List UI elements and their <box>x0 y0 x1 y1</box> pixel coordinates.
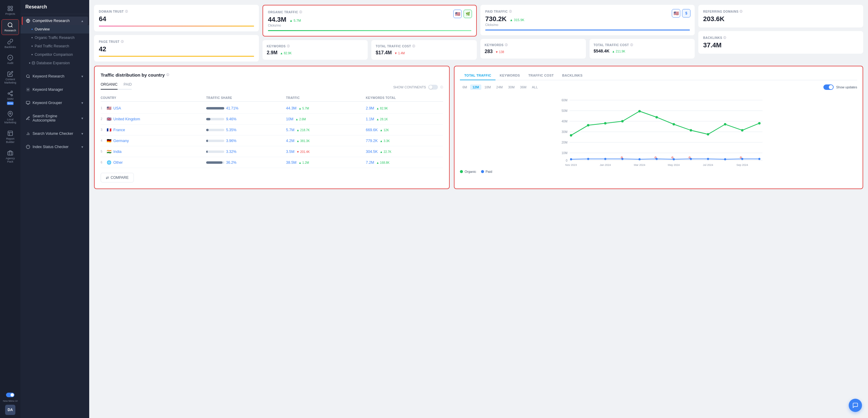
organic-traffic-info[interactable]: ⓘ <box>299 10 302 14</box>
svg-text:60M: 60M <box>562 99 567 102</box>
share-bar <box>206 140 224 142</box>
time-12m[interactable]: 12M <box>470 85 481 90</box>
rank: 4 <box>101 139 105 142</box>
country-name[interactable]: USA <box>113 106 121 110</box>
show-continents-row: SHOW CONTINENTS ⓘ <box>393 85 443 92</box>
show-continents-toggle[interactable] <box>428 85 438 90</box>
organic-traffic-value: 44.3M ▲ 5.7M <box>268 16 471 23</box>
show-updates-toggle[interactable] <box>824 85 834 90</box>
total-traffic-cost-card: TOTAL TRAFFIC COST ⓘ $17.4M ▼ 1.4M <box>371 40 477 60</box>
sidebar-group-index-status[interactable]: Index Status Checker ▼ <box>22 143 88 151</box>
nav-backlinks-label: Backlinks <box>4 46 16 49</box>
keywords-info[interactable]: ⓘ <box>287 44 290 48</box>
flag-usa[interactable]: 🇺🇸 <box>453 10 462 18</box>
ptc-info[interactable]: ⓘ <box>630 43 633 47</box>
domain-trust-info[interactable]: ⓘ <box>125 10 128 13</box>
new-menu-toggle[interactable] <box>6 393 14 397</box>
nav-content[interactable]: Content Marketing <box>1 68 19 87</box>
time-18m[interactable]: 18M <box>482 85 493 90</box>
nav-audit[interactable]: Audit <box>1 52 19 67</box>
country-flag: 🇺🇸 <box>107 106 112 110</box>
traffic-title-info[interactable]: ⓘ <box>166 73 169 77</box>
tab-paid[interactable]: PAID <box>124 82 132 90</box>
paid-traffic-sublabel: Clicks/mo <box>485 23 690 27</box>
sidebar-title: Research <box>21 0 89 14</box>
compare-button[interactable]: ⇄ COMPARE <box>101 173 134 182</box>
sidebar-group-search-volume[interactable]: Search Volume Checker ▼ <box>22 129 88 138</box>
country-cell: 4 🇩🇪 Germany <box>101 139 204 143</box>
country-name[interactable]: France <box>113 128 125 132</box>
sidebar-item-paid-traffic[interactable]: Paid Traffic Research <box>21 42 89 50</box>
legend-paid-label: Paid <box>486 170 492 173</box>
traffic-value: 4.2M <box>286 139 294 143</box>
traffic-cell: 38.5M ▲ 1.2M <box>286 160 364 165</box>
sidebar-item-database-expansion[interactable]: Database Expansion <box>21 59 89 67</box>
paid-flag-dollar[interactable]: $ <box>682 9 690 18</box>
keywords-cell: 779.2K ▲ 3.3K <box>366 139 443 143</box>
chart-legend: Organic Paid <box>460 170 857 173</box>
backlinks-card: BACKLINKS ⓘ 37.4M <box>698 31 863 54</box>
nav-backlinks[interactable]: Backlinks <box>1 36 19 51</box>
share-bar-fill <box>206 161 222 164</box>
sidebar-group-kwgrouper[interactable]: Keyword Grouper ▼ <box>22 99 88 107</box>
time-24m[interactable]: 24M <box>494 85 505 90</box>
new-menu-toggle-row[interactable] <box>6 393 14 397</box>
share-bar-fill <box>206 107 224 110</box>
chat-bubble[interactable] <box>849 399 862 412</box>
rd-info[interactable]: ⓘ <box>740 10 743 13</box>
sidebar-group-search-engine[interactable]: Search Engine Autocomplete ▼ <box>22 112 88 124</box>
sidebar-item-overview[interactable]: Overview <box>21 25 89 33</box>
time-30m[interactable]: 30M <box>506 85 517 90</box>
nav-local[interactable]: Local Marketing <box>1 109 19 127</box>
pk-info[interactable]: ⓘ <box>505 43 508 47</box>
time-36m[interactable]: 36M <box>518 85 529 90</box>
country-name[interactable]: Germany <box>113 139 129 143</box>
chart-tab-total-traffic[interactable]: TOTAL TRAFFIC <box>460 72 495 80</box>
nav-projects[interactable]: Projects <box>1 3 19 18</box>
chart-tab-backlinks[interactable]: BACKLINKS <box>558 72 587 80</box>
paid-dot <box>604 158 607 160</box>
svg-rect-12 <box>8 131 13 136</box>
paid-traffic-info[interactable]: ⓘ <box>509 10 512 13</box>
nav-research[interactable]: Research <box>1 19 19 35</box>
kw-value: 1.1M <box>366 117 374 121</box>
country-name[interactable]: United Kingdom <box>113 117 140 121</box>
sidebar-group-kwmanager[interactable]: Keyword Manager <box>22 85 88 94</box>
share-bar-fill <box>206 140 208 142</box>
time-all[interactable]: ALL <box>530 85 540 90</box>
sidebar-item-competitor-comparison[interactable]: Competitor Comparison <box>21 50 89 59</box>
traffic-value: 3.5M <box>286 150 294 154</box>
ttc-info[interactable]: ⓘ <box>412 44 415 48</box>
country-name[interactable]: Other <box>113 160 123 165</box>
bl-info[interactable]: ⓘ <box>723 36 726 40</box>
chart-tab-keywords[interactable]: KEYWORDS <box>495 72 524 80</box>
nav-smm[interactable]: SMM Beta <box>1 88 19 107</box>
organic-dot <box>758 122 761 124</box>
flag-organic[interactable]: 🌿 <box>464 10 472 18</box>
share-pct: 3.32% <box>226 150 236 154</box>
tab-organic[interactable]: ORGANIC <box>101 82 118 90</box>
kw-value: 669.6K <box>366 128 378 132</box>
paid-col: 🇺🇸 $ PAID TRAFFIC ⓘ 730.2K ▲ 315.9K Clic… <box>480 5 695 62</box>
paid-flag-usa[interactable]: 🇺🇸 <box>672 9 680 18</box>
traffic-value: 10M <box>286 117 293 121</box>
sidebar-item-organic-traffic[interactable]: Organic Traffic Research <box>21 33 89 42</box>
organic-dot <box>724 123 726 125</box>
user-avatar[interactable]: DA <box>5 405 16 415</box>
traffic-change: ▲ 1.2M <box>299 161 309 165</box>
sidebar-group-competitive[interactable]: Competitive Research ▲ <box>22 17 88 25</box>
country-flag: 🇬🇧 <box>107 117 112 121</box>
organic-dot <box>621 120 624 122</box>
legend-organic-label: Organic <box>464 170 476 173</box>
nav-agency[interactable]: Agency Pack <box>1 147 19 166</box>
traffic-change: ▲ 218.7K <box>296 128 310 132</box>
continents-info[interactable]: ⓘ <box>440 85 443 89</box>
sidebar-group-keyword[interactable]: Keyword Research ▼ <box>22 72 88 81</box>
country-name[interactable]: India <box>113 150 121 154</box>
total-traffic-cost-value: $17.4M ▼ 1.4M <box>375 50 472 56</box>
chart-tab-traffic-cost[interactable]: TRAFFIC COST <box>524 72 558 80</box>
time-6m[interactable]: 6M <box>460 85 469 90</box>
page-trust-info[interactable]: ⓘ <box>121 40 124 44</box>
nav-report[interactable]: Report Builder <box>1 128 19 146</box>
paid-traffic-value: 730.2K ▲ 315.9K <box>485 16 690 23</box>
